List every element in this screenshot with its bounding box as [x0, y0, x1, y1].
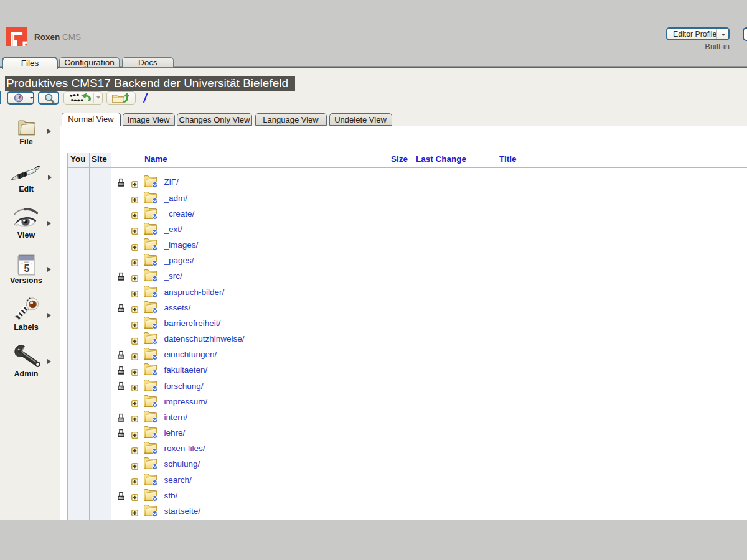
svg-text:5: 5 — [24, 263, 30, 274]
